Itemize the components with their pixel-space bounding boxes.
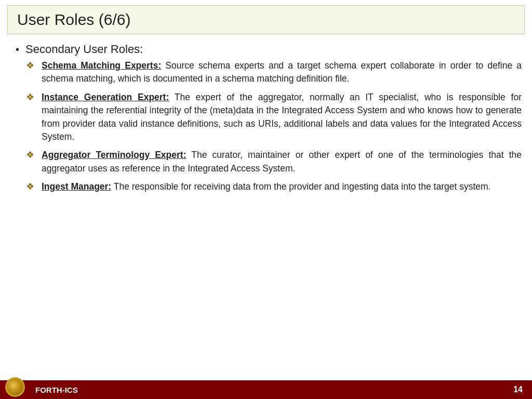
list-item: ❖ Ingest Manager: The responsible for re… — [26, 180, 522, 193]
footer: FORTH-ICS 14 — [0, 380, 532, 399]
diamond-icon-4: ❖ — [26, 181, 34, 192]
diamond-icon-3: ❖ — [26, 149, 34, 161]
main-bullet-icon: • — [16, 44, 19, 56]
footer-org-name: FORTH-ICS — [35, 385, 78, 394]
aggregator-terminology-label: Aggregator Terminology Expert: — [42, 150, 187, 160]
schema-matching-label: Schema Matching Experts: — [42, 60, 161, 71]
sub-items-list: ❖ Schema Matching Experts: Source schema… — [26, 59, 522, 193]
aggregator-terminology-content: Aggregator Terminology Expert: The curat… — [42, 149, 522, 175]
ingest-manager-body: The responsible for receiving data from … — [111, 181, 490, 192]
main-bullet-text: Secondary User Roles: — [25, 43, 143, 56]
diamond-icon-1: ❖ — [26, 60, 34, 71]
title-bar: User Roles (6/6) — [7, 5, 525, 34]
main-bullet: • Secondary User Roles: — [16, 43, 522, 56]
list-item: ❖ Schema Matching Experts: Source schema… — [26, 59, 522, 86]
ingest-manager-label: Ingest Manager: — [42, 181, 111, 192]
schema-matching-content: Schema Matching Experts: Source schema e… — [42, 59, 522, 86]
list-item: ❖ Instance Generation Expert: The expert… — [26, 91, 522, 144]
instance-generation-label: Instance Generation Expert: — [42, 92, 169, 102]
list-item: ❖ Aggregator Terminology Expert: The cur… — [26, 149, 522, 175]
instance-generation-content: Instance Generation Expert: The expert o… — [42, 91, 522, 144]
footer-page-number: 14 — [513, 385, 523, 394]
diamond-icon-2: ❖ — [26, 91, 34, 103]
ingest-manager-content: Ingest Manager: The responsible for rece… — [42, 180, 490, 193]
content-area: • Secondary User Roles: ❖ Schema Matchin… — [0, 38, 532, 380]
slide: User Roles (6/6) • Secondary User Roles:… — [0, 0, 532, 399]
org-logo — [5, 377, 25, 397]
slide-title: User Roles (6/6) — [17, 11, 130, 28]
logo-graphic — [6, 378, 24, 396]
